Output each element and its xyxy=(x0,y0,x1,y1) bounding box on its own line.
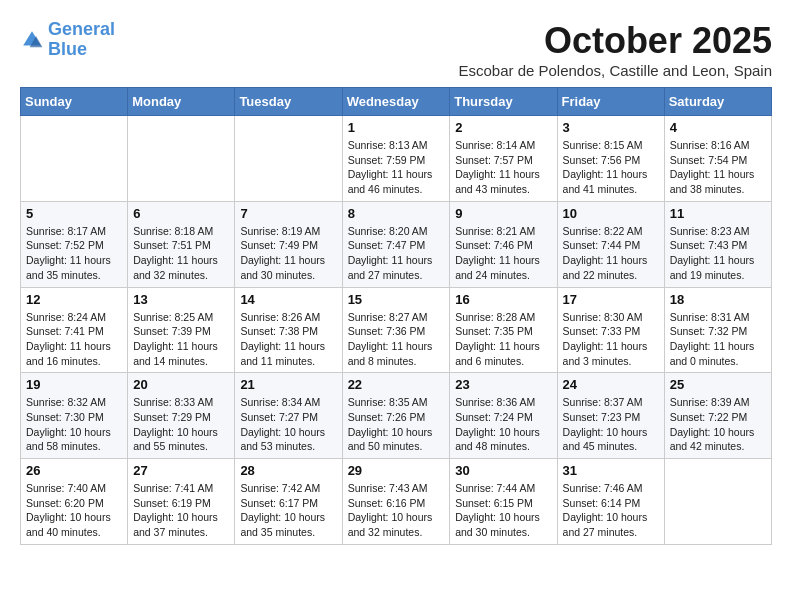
day-info: Sunrise: 8:15 AM Sunset: 7:56 PM Dayligh… xyxy=(563,138,659,197)
day-number: 16 xyxy=(455,292,551,307)
day-number: 23 xyxy=(455,377,551,392)
empty-cell xyxy=(128,116,235,202)
day-info: Sunrise: 8:18 AM Sunset: 7:51 PM Dayligh… xyxy=(133,224,229,283)
day-number: 3 xyxy=(563,120,659,135)
day-info: Sunrise: 8:21 AM Sunset: 7:46 PM Dayligh… xyxy=(455,224,551,283)
day-cell-26: 26Sunrise: 7:40 AM Sunset: 6:20 PM Dayli… xyxy=(21,459,128,545)
day-number: 5 xyxy=(26,206,122,221)
day-info: Sunrise: 8:30 AM Sunset: 7:33 PM Dayligh… xyxy=(563,310,659,369)
day-cell-29: 29Sunrise: 7:43 AM Sunset: 6:16 PM Dayli… xyxy=(342,459,450,545)
day-number: 24 xyxy=(563,377,659,392)
day-number: 8 xyxy=(348,206,445,221)
day-number: 2 xyxy=(455,120,551,135)
day-number: 6 xyxy=(133,206,229,221)
day-cell-8: 8Sunrise: 8:20 AM Sunset: 7:47 PM Daylig… xyxy=(342,201,450,287)
day-cell-17: 17Sunrise: 8:30 AM Sunset: 7:33 PM Dayli… xyxy=(557,287,664,373)
day-info: Sunrise: 8:31 AM Sunset: 7:32 PM Dayligh… xyxy=(670,310,766,369)
week-row-4: 26Sunrise: 7:40 AM Sunset: 6:20 PM Dayli… xyxy=(21,459,772,545)
weekday-sunday: Sunday xyxy=(21,88,128,116)
month-title: October 2025 xyxy=(458,20,772,62)
day-info: Sunrise: 8:26 AM Sunset: 7:38 PM Dayligh… xyxy=(240,310,336,369)
day-cell-19: 19Sunrise: 8:32 AM Sunset: 7:30 PM Dayli… xyxy=(21,373,128,459)
weekday-saturday: Saturday xyxy=(664,88,771,116)
day-cell-5: 5Sunrise: 8:17 AM Sunset: 7:52 PM Daylig… xyxy=(21,201,128,287)
day-info: Sunrise: 8:36 AM Sunset: 7:24 PM Dayligh… xyxy=(455,395,551,454)
day-cell-23: 23Sunrise: 8:36 AM Sunset: 7:24 PM Dayli… xyxy=(450,373,557,459)
day-info: Sunrise: 8:17 AM Sunset: 7:52 PM Dayligh… xyxy=(26,224,122,283)
day-info: Sunrise: 8:37 AM Sunset: 7:23 PM Dayligh… xyxy=(563,395,659,454)
day-cell-10: 10Sunrise: 8:22 AM Sunset: 7:44 PM Dayli… xyxy=(557,201,664,287)
day-info: Sunrise: 7:46 AM Sunset: 6:14 PM Dayligh… xyxy=(563,481,659,540)
day-info: Sunrise: 8:32 AM Sunset: 7:30 PM Dayligh… xyxy=(26,395,122,454)
day-number: 28 xyxy=(240,463,336,478)
day-number: 29 xyxy=(348,463,445,478)
day-number: 12 xyxy=(26,292,122,307)
day-info: Sunrise: 8:34 AM Sunset: 7:27 PM Dayligh… xyxy=(240,395,336,454)
day-info: Sunrise: 7:44 AM Sunset: 6:15 PM Dayligh… xyxy=(455,481,551,540)
week-row-0: 1Sunrise: 8:13 AM Sunset: 7:59 PM Daylig… xyxy=(21,116,772,202)
logo-line2: Blue xyxy=(48,39,87,59)
day-number: 27 xyxy=(133,463,229,478)
week-row-1: 5Sunrise: 8:17 AM Sunset: 7:52 PM Daylig… xyxy=(21,201,772,287)
day-info: Sunrise: 8:39 AM Sunset: 7:22 PM Dayligh… xyxy=(670,395,766,454)
day-cell-27: 27Sunrise: 7:41 AM Sunset: 6:19 PM Dayli… xyxy=(128,459,235,545)
day-number: 26 xyxy=(26,463,122,478)
day-number: 19 xyxy=(26,377,122,392)
day-cell-11: 11Sunrise: 8:23 AM Sunset: 7:43 PM Dayli… xyxy=(664,201,771,287)
weekday-tuesday: Tuesday xyxy=(235,88,342,116)
day-number: 31 xyxy=(563,463,659,478)
day-info: Sunrise: 8:23 AM Sunset: 7:43 PM Dayligh… xyxy=(670,224,766,283)
day-number: 21 xyxy=(240,377,336,392)
day-info: Sunrise: 8:14 AM Sunset: 7:57 PM Dayligh… xyxy=(455,138,551,197)
day-cell-18: 18Sunrise: 8:31 AM Sunset: 7:32 PM Dayli… xyxy=(664,287,771,373)
day-cell-1: 1Sunrise: 8:13 AM Sunset: 7:59 PM Daylig… xyxy=(342,116,450,202)
day-number: 1 xyxy=(348,120,445,135)
day-cell-25: 25Sunrise: 8:39 AM Sunset: 7:22 PM Dayli… xyxy=(664,373,771,459)
day-info: Sunrise: 8:19 AM Sunset: 7:49 PM Dayligh… xyxy=(240,224,336,283)
weekday-header-row: SundayMondayTuesdayWednesdayThursdayFrid… xyxy=(21,88,772,116)
week-row-2: 12Sunrise: 8:24 AM Sunset: 7:41 PM Dayli… xyxy=(21,287,772,373)
day-cell-30: 30Sunrise: 7:44 AM Sunset: 6:15 PM Dayli… xyxy=(450,459,557,545)
day-cell-9: 9Sunrise: 8:21 AM Sunset: 7:46 PM Daylig… xyxy=(450,201,557,287)
day-info: Sunrise: 8:33 AM Sunset: 7:29 PM Dayligh… xyxy=(133,395,229,454)
empty-cell xyxy=(664,459,771,545)
logo: General Blue xyxy=(20,20,115,60)
day-number: 25 xyxy=(670,377,766,392)
day-info: Sunrise: 7:42 AM Sunset: 6:17 PM Dayligh… xyxy=(240,481,336,540)
day-cell-15: 15Sunrise: 8:27 AM Sunset: 7:36 PM Dayli… xyxy=(342,287,450,373)
day-info: Sunrise: 7:41 AM Sunset: 6:19 PM Dayligh… xyxy=(133,481,229,540)
day-number: 30 xyxy=(455,463,551,478)
day-info: Sunrise: 8:35 AM Sunset: 7:26 PM Dayligh… xyxy=(348,395,445,454)
title-section: October 2025 Escobar de Polendos, Castil… xyxy=(458,20,772,79)
day-cell-4: 4Sunrise: 8:16 AM Sunset: 7:54 PM Daylig… xyxy=(664,116,771,202)
day-cell-16: 16Sunrise: 8:28 AM Sunset: 7:35 PM Dayli… xyxy=(450,287,557,373)
week-row-3: 19Sunrise: 8:32 AM Sunset: 7:30 PM Dayli… xyxy=(21,373,772,459)
day-number: 13 xyxy=(133,292,229,307)
day-number: 15 xyxy=(348,292,445,307)
subtitle: Escobar de Polendos, Castille and Leon, … xyxy=(458,62,772,79)
weekday-wednesday: Wednesday xyxy=(342,88,450,116)
day-number: 14 xyxy=(240,292,336,307)
day-number: 22 xyxy=(348,377,445,392)
day-info: Sunrise: 7:43 AM Sunset: 6:16 PM Dayligh… xyxy=(348,481,445,540)
day-cell-31: 31Sunrise: 7:46 AM Sunset: 6:14 PM Dayli… xyxy=(557,459,664,545)
empty-cell xyxy=(235,116,342,202)
day-number: 20 xyxy=(133,377,229,392)
day-cell-24: 24Sunrise: 8:37 AM Sunset: 7:23 PM Dayli… xyxy=(557,373,664,459)
logo-icon xyxy=(20,28,44,52)
day-cell-14: 14Sunrise: 8:26 AM Sunset: 7:38 PM Dayli… xyxy=(235,287,342,373)
day-number: 7 xyxy=(240,206,336,221)
day-number: 4 xyxy=(670,120,766,135)
day-info: Sunrise: 8:25 AM Sunset: 7:39 PM Dayligh… xyxy=(133,310,229,369)
day-info: Sunrise: 8:16 AM Sunset: 7:54 PM Dayligh… xyxy=(670,138,766,197)
day-cell-13: 13Sunrise: 8:25 AM Sunset: 7:39 PM Dayli… xyxy=(128,287,235,373)
day-number: 10 xyxy=(563,206,659,221)
day-info: Sunrise: 8:22 AM Sunset: 7:44 PM Dayligh… xyxy=(563,224,659,283)
day-info: Sunrise: 8:27 AM Sunset: 7:36 PM Dayligh… xyxy=(348,310,445,369)
weekday-monday: Monday xyxy=(128,88,235,116)
weekday-friday: Friday xyxy=(557,88,664,116)
day-number: 11 xyxy=(670,206,766,221)
day-cell-3: 3Sunrise: 8:15 AM Sunset: 7:56 PM Daylig… xyxy=(557,116,664,202)
day-number: 18 xyxy=(670,292,766,307)
day-cell-28: 28Sunrise: 7:42 AM Sunset: 6:17 PM Dayli… xyxy=(235,459,342,545)
